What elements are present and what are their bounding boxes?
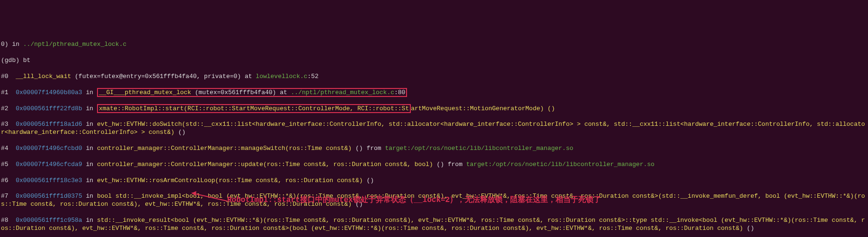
frame-6: #6 0x0000561fff18c3e3 in evt_hw::EVTHW::… (1, 177, 867, 185)
annotation-arrow (187, 189, 230, 208)
highlight-frame-1-2: __GI___pthread_mutex_lock (mutex=0x561ff… (97, 88, 407, 97)
frame-0: #0 __lll_lock_wait (futex=futex@entry=0x… (1, 73, 867, 81)
frame-8: #8 0x0000561fff1c958a in std::__invoke_r… (1, 217, 867, 233)
frame-2: #2 0x0000561fff22fd8b in xmate::RobotImp… (1, 105, 867, 113)
gdb-command-bt: (gdb) bt (1, 57, 867, 65)
line-partial: 0) in ../nptl/pthread_mutex_lock.c (1, 41, 867, 49)
frame-1: #1 0x00007f14960b80a3 in __GI___pthread_… (1, 89, 867, 97)
frame-5: #5 0x00007f1496cfcda9 in controller_mana… (1, 161, 867, 169)
highlight-frame-2-box: xmate::RobotImpl::start(RCI::robot::Star… (97, 104, 411, 113)
frame-4: #4 0x00007f1496cfcbd0 in controller_mana… (1, 145, 867, 153)
frame-3: #3 0x0000561fff18a1d6 in evt_hw::EVTHW::… (1, 121, 867, 137)
annotation-text: RobotImpl::start接口中的mutex锁处于异常状态（__lock=… (227, 195, 601, 205)
terminal-output: 0) in ../nptl/pthread_mutex_lock.c (gdb)… (1, 33, 867, 237)
